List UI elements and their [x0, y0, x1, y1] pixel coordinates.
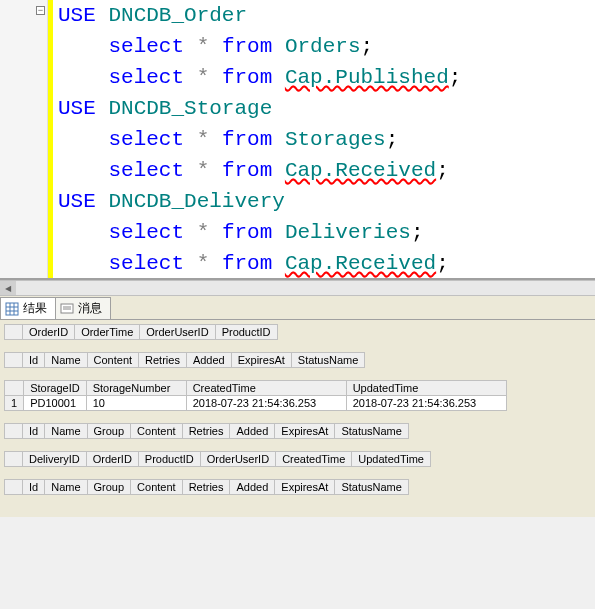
fold-minus-icon[interactable]: − [36, 6, 45, 15]
column-header[interactable]: ExpiresAt [275, 424, 335, 439]
svg-rect-0 [6, 303, 18, 315]
grid-corner [5, 480, 23, 495]
column-header[interactable]: ProductID [138, 452, 200, 467]
message-icon [60, 302, 74, 316]
column-header[interactable]: StatusName [335, 480, 409, 495]
scroll-left-button[interactable]: ◀ [0, 281, 16, 295]
column-header[interactable]: Group [87, 424, 131, 439]
grid-corner [5, 452, 23, 467]
result-grid: OrderIDOrderTimeOrderUserIDProductID [4, 324, 595, 340]
column-header[interactable]: UpdatedTime [352, 452, 431, 467]
grid-corner [5, 353, 23, 368]
code-text[interactable]: USE DNCDB_Order select * from Orders; se… [58, 0, 461, 279]
column-header[interactable]: Retries [182, 480, 230, 495]
column-header[interactable]: OrderUserID [140, 325, 215, 340]
grid-corner [5, 381, 24, 396]
tab-messages[interactable]: 消息 [55, 297, 111, 319]
column-header[interactable]: OrderID [86, 452, 138, 467]
column-header[interactable]: Retries [182, 424, 230, 439]
column-header[interactable]: Content [131, 480, 183, 495]
column-header[interactable]: ProductID [215, 325, 277, 340]
column-header[interactable]: ExpiresAt [275, 480, 335, 495]
cell[interactable]: 2018-07-23 21:54:36.253 [346, 396, 506, 411]
column-header[interactable]: StorageID [24, 381, 87, 396]
result-grid: IdNameGroupContentRetriesAddedExpiresAtS… [4, 423, 595, 439]
column-header[interactable]: Added [186, 353, 231, 368]
result-grid: IdNameGroupContentRetriesAddedExpiresAtS… [4, 479, 595, 495]
column-header[interactable]: Id [23, 424, 45, 439]
column-header[interactable]: OrderTime [75, 325, 140, 340]
result-grid: IdNameContentRetriesAddedExpiresAtStatus… [4, 352, 595, 368]
tab-results-label: 结果 [23, 300, 47, 317]
grid-icon [5, 302, 19, 316]
column-header[interactable]: Added [230, 480, 275, 495]
column-header[interactable]: StorageNumber [86, 381, 186, 396]
change-bar [48, 0, 53, 278]
result-grid: DeliveryIDOrderIDProductIDOrderUserIDCre… [4, 451, 595, 467]
column-header[interactable]: CreatedTime [276, 452, 352, 467]
results-panel: OrderIDOrderTimeOrderUserIDProductIDIdNa… [0, 320, 595, 517]
row-header[interactable]: 1 [5, 396, 24, 411]
results-tabs: 结果 消息 [0, 296, 595, 320]
column-header[interactable]: DeliveryID [23, 452, 87, 467]
cell[interactable]: 10 [86, 396, 186, 411]
tab-messages-label: 消息 [78, 300, 102, 317]
column-header[interactable]: StatusName [335, 424, 409, 439]
cell[interactable]: 2018-07-23 21:54:36.253 [186, 396, 346, 411]
column-header[interactable]: CreatedTime [186, 381, 346, 396]
tab-results[interactable]: 结果 [0, 297, 56, 319]
column-header[interactable]: Id [23, 480, 45, 495]
column-header[interactable]: Id [23, 353, 45, 368]
editor-gutter: − [0, 0, 48, 278]
grid-corner [5, 424, 23, 439]
column-header[interactable]: Name [45, 424, 87, 439]
column-header[interactable]: Name [45, 480, 87, 495]
column-header[interactable]: UpdatedTime [346, 381, 506, 396]
cell[interactable]: PD10001 [24, 396, 87, 411]
sql-editor[interactable]: − USE DNCDB_Order select * from Orders; … [0, 0, 595, 280]
column-header[interactable]: Added [230, 424, 275, 439]
column-header[interactable]: StatusName [291, 353, 365, 368]
column-header[interactable]: OrderUserID [200, 452, 275, 467]
column-header[interactable]: OrderID [23, 325, 75, 340]
column-header[interactable]: ExpiresAt [231, 353, 291, 368]
column-header[interactable]: Group [87, 480, 131, 495]
column-header[interactable]: Retries [139, 353, 187, 368]
result-grid: StorageIDStorageNumberCreatedTimeUpdated… [4, 380, 595, 411]
horizontal-scrollbar[interactable]: ◀ [0, 280, 595, 296]
column-header[interactable]: Content [87, 353, 139, 368]
grid-corner [5, 325, 23, 340]
column-header[interactable]: Content [131, 424, 183, 439]
column-header[interactable]: Name [45, 353, 87, 368]
